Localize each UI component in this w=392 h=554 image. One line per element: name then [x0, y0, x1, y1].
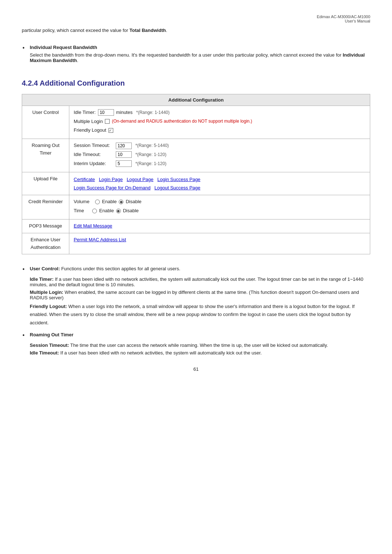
interim-update-line: Interim Update: *(Range: 1-120): [74, 160, 366, 168]
credit-reminder-cell: Volume Enable Disable Time Enable Disabl…: [69, 195, 370, 219]
section-heading: 4.2.4 Additional Configuration: [22, 79, 370, 87]
volume-enable-radio[interactable]: [95, 200, 100, 204]
friendly-logout-label: Friendly Logout: [74, 127, 106, 134]
multiple-login-desc: Multiple Login: When enabled, the same a…: [30, 290, 370, 300]
permit-mac-link[interactable]: Permit MAC Address List: [74, 237, 126, 242]
friendly-logout-desc: Friendly Logout: When a user logs into t…: [30, 303, 370, 327]
user-control-bold: User Control:: [30, 266, 60, 271]
multiple-login-note: (On-demand and RADIUS authentication do …: [112, 118, 252, 125]
certificate-link[interactable]: Certificate: [74, 177, 95, 182]
time-line: Time Enable Disable: [74, 207, 366, 215]
volume-disable-radio[interactable]: [119, 200, 123, 204]
table-row: Roaming Out Timer Session Timeout: *(Ran…: [22, 139, 370, 172]
idle-timer-unit: minutes: [116, 109, 133, 116]
pop3-label: POP3 Message: [22, 219, 69, 233]
upload-file-cell: Certificate Login Page Logout Page Login…: [69, 172, 370, 195]
intro-paragraph: particular policy, which cannot exceed t…: [22, 27, 370, 34]
idle-timer-line: Idle Timer: minutes *(Range: 1-1440): [74, 109, 366, 116]
page-header: Edimax AC-M3000/AC-M1000 User's Manual: [22, 15, 370, 23]
time-enable-label: Enable: [99, 207, 114, 215]
login-success-page-link[interactable]: Login Success Page: [158, 177, 201, 182]
page-number: 61: [22, 366, 370, 372]
logout-page-link[interactable]: Logout Page: [127, 177, 154, 182]
table-title: Additional Configuration: [22, 94, 370, 106]
header-line1: Edimax AC-M3000/AC-M1000: [317, 15, 370, 19]
idle-timer-label: Idle Timer:: [74, 109, 96, 116]
volume-disable-label: Disable: [126, 198, 141, 206]
time-label: Time: [74, 207, 84, 215]
login-success-ondemand-link[interactable]: Login Success Page for On-Demand: [74, 185, 151, 190]
idle-timer-input[interactable]: [98, 109, 114, 116]
session-timeout-label: Session Timeout:: [74, 142, 114, 149]
bullet1-text: Select the bandwidth from the drop-down …: [30, 52, 343, 58]
bullet1-end: .: [77, 58, 78, 63]
idle-timeout-range: *(Range: 1-120): [135, 151, 166, 158]
session-timeout-range: *(Range: 5-1440): [135, 142, 169, 149]
multiple-login-label: Multiple Login: [74, 118, 103, 126]
session-timeout-line: Session Timeout: *(Range: 5-1440): [74, 142, 366, 149]
idle-timeout-desc: Idle Timeout: If a user has been idled w…: [30, 350, 370, 356]
roaming-out-bold: Roaming Out Timer: [30, 332, 73, 337]
multiple-login-line: Multiple Login (On-demand and RADIUS aut…: [74, 118, 366, 126]
session-timeout-input[interactable]: [116, 143, 132, 149]
time-disable-label: Disable: [123, 207, 139, 215]
volume-enable-label: Enable: [102, 198, 117, 206]
user-control-cell: Idle Timer: minutes *(Range: 1-1440) Mul…: [69, 106, 370, 139]
header-line2: User's Manual: [345, 19, 370, 23]
table-row: Credit Reminder Volume Enable Disable Ti…: [22, 195, 370, 219]
idle-timeout-line: Idle Timeout: *(Range: 1-120): [74, 151, 366, 159]
intro-bold: Total Bandwidth: [130, 28, 166, 33]
body-roaming-out-timer: • Roaming Out Timer: [22, 332, 370, 337]
time-disable-radio[interactable]: [116, 209, 121, 213]
bullet1-label: Individual Request Bandwidth: [30, 45, 97, 50]
additional-config-table: Additional Configuration User Control Id…: [22, 94, 370, 255]
enhance-auth-cell: Permit MAC Address List: [69, 233, 370, 254]
logout-success-page-link[interactable]: Logout Success Page: [155, 185, 200, 190]
bullet-individual-request: • Individual Request Bandwidth Select th…: [22, 45, 370, 63]
user-control-label: User Control: [22, 106, 69, 139]
volume-label: Volume: [74, 198, 89, 206]
multiple-login-checkbox[interactable]: [105, 119, 110, 124]
table-row: POP3 Message Edit Mail Message: [22, 219, 370, 233]
idle-timeout-input[interactable]: [116, 151, 132, 158]
upload-file-links: Certificate Login Page Logout Page Login…: [74, 175, 366, 192]
friendly-logout-checkbox[interactable]: [109, 128, 113, 133]
bullet-dot: •: [23, 45, 25, 51]
enhance-auth-label: Enhance User Authentication: [22, 233, 69, 254]
roaming-timer-cell: Session Timeout: *(Range: 5-1440) Idle T…: [69, 139, 370, 172]
table-row: Enhance User Authentication Permit MAC A…: [22, 233, 370, 254]
upload-file-label: Upload File: [22, 172, 69, 195]
bullet-dot-1: •: [23, 266, 25, 272]
login-page-link[interactable]: Login Page: [99, 177, 123, 182]
idle-timer-desc: Idle Timer: If a user has been idled wit…: [30, 276, 370, 287]
credit-reminder-label: Credit Reminder: [22, 195, 69, 219]
interim-update-label: Interim Update:: [74, 160, 114, 168]
idle-timeout-label: Idle Timeout:: [74, 151, 114, 159]
table-row: Upload File Certificate Login Page Logou…: [22, 172, 370, 195]
intro-text: particular policy, which cannot exceed t…: [22, 28, 130, 33]
pop3-cell: Edit Mail Message: [69, 219, 370, 233]
interim-update-input[interactable]: [116, 160, 132, 167]
intro-end: .: [166, 28, 167, 33]
interim-update-range: *(Range: 1-120): [135, 160, 166, 167]
body-user-control: • User Control: Functions under this sec…: [22, 266, 370, 271]
bullet-dot-2: •: [23, 332, 25, 338]
session-timeout-desc: Session Timeout: The time that the user …: [30, 342, 370, 348]
volume-line: Volume Enable Disable: [74, 198, 366, 206]
time-enable-radio[interactable]: [92, 209, 97, 213]
roaming-timer-label: Roaming Out Timer: [22, 139, 69, 172]
edit-mail-message-link[interactable]: Edit Mail Message: [74, 223, 112, 229]
idle-timer-range: *(Range: 1-1440): [136, 109, 170, 116]
friendly-logout-line: Friendly Logout: [74, 127, 366, 134]
table-row: User Control Idle Timer: minutes *(Range…: [22, 106, 370, 139]
